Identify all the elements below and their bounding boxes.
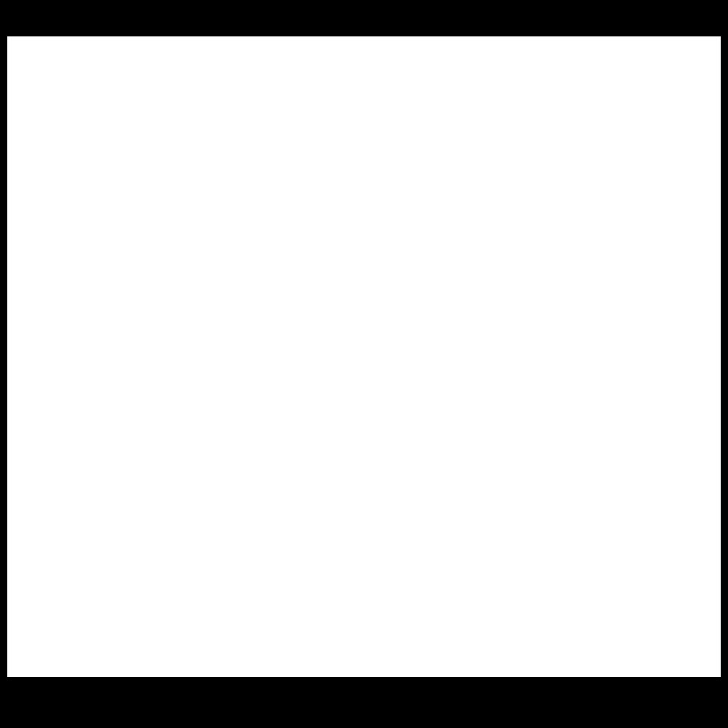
org-chart bbox=[7, 36, 721, 677]
